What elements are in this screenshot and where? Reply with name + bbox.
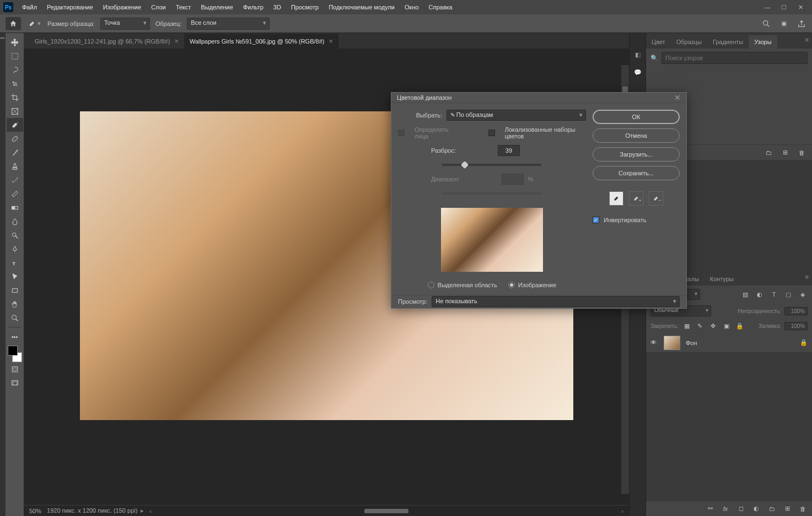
filter-adjust-icon[interactable]: ◐ <box>755 289 765 299</box>
type-tool[interactable]: T <box>7 256 23 270</box>
quick-select-tool[interactable] <box>7 77 23 90</box>
tab-paths[interactable]: Контуры <box>705 272 739 286</box>
new-icon[interactable]: ⊞ <box>780 148 790 158</box>
trash-icon[interactable]: 🗑 <box>797 148 806 158</box>
select-dropdown[interactable]: ✎ По образцам <box>447 110 586 121</box>
localized-checkbox[interactable] <box>488 130 495 136</box>
stamp-tool[interactable] <box>7 159 23 173</box>
eyedropper-sample-icon[interactable] <box>609 191 623 206</box>
history-brush-tool[interactable] <box>7 173 23 187</box>
lock-all-icon[interactable]: 🔒 <box>735 321 745 331</box>
maximize-button[interactable]: ☐ <box>776 2 792 13</box>
eyedropper-subtract-icon[interactable]: − <box>649 191 663 206</box>
close-tab-icon[interactable]: × <box>174 37 179 45</box>
close-tab-icon[interactable]: × <box>329 37 333 45</box>
tab-swatches[interactable]: Образцы <box>671 35 707 49</box>
arrange-icon[interactable]: ▣ <box>779 19 789 29</box>
tab-patterns[interactable]: Узоры <box>749 35 777 49</box>
zoom-tool[interactable] <box>7 311 23 325</box>
collapsed-panel-icon[interactable]: 💬 <box>633 67 643 77</box>
menu-select[interactable]: Выделение <box>197 2 238 13</box>
selection-preview[interactable] <box>441 208 543 272</box>
adjustment-icon[interactable]: ◐ <box>751 504 761 514</box>
healing-tool[interactable] <box>7 132 23 146</box>
frame-tool[interactable] <box>7 104 23 118</box>
menu-window[interactable]: Окно <box>400 2 423 13</box>
eyedropper-add-icon[interactable]: + <box>629 191 643 206</box>
search-icon[interactable] <box>761 19 771 29</box>
group-icon[interactable]: 🗀 <box>767 504 777 514</box>
menu-help[interactable]: Справка <box>424 2 457 13</box>
pen-tool[interactable] <box>7 242 23 256</box>
horizontal-scrollbar[interactable] <box>163 508 610 514</box>
fill-input[interactable]: 100% <box>784 322 808 330</box>
home-button[interactable] <box>6 17 21 30</box>
eyedropper-tool[interactable] <box>7 118 23 132</box>
lock-artboard-icon[interactable]: ▣ <box>722 321 732 331</box>
menu-layers[interactable]: Слои <box>147 2 170 13</box>
menu-text[interactable]: Текст <box>171 2 196 13</box>
menu-file[interactable]: Файл <box>18 2 41 13</box>
document-info[interactable]: 1920 пикс. x 1200 пикс. (150 ppi) <box>47 507 144 514</box>
mask-icon[interactable]: ◻ <box>736 504 746 514</box>
menu-view[interactable]: Просмотр <box>287 2 323 13</box>
brush-tool[interactable] <box>7 146 23 159</box>
nav-right-icon[interactable]: › <box>621 508 623 514</box>
hand-tool[interactable] <box>7 297 23 311</box>
tab-color[interactable]: Цвет <box>646 35 671 49</box>
foreground-color[interactable] <box>8 346 18 356</box>
document-tab[interactable]: Wallpapers Girls №591_006.jpg @ 50% (RGB… <box>184 34 338 49</box>
shape-tool[interactable] <box>7 283 23 297</box>
delete-layer-icon[interactable]: 🗑 <box>798 504 808 514</box>
crop-tool[interactable] <box>7 90 23 104</box>
close-dialog-icon[interactable]: ✕ <box>674 93 681 102</box>
preview-image-radio[interactable] <box>508 282 515 288</box>
menu-image[interactable]: Изображение <box>99 2 146 13</box>
gutter-toggle-icon[interactable]: ▸▸ <box>1 35 5 40</box>
menu-plugins[interactable]: Подключаемые модули <box>324 2 399 13</box>
gradient-tool[interactable] <box>7 201 23 214</box>
filter-pixel-icon[interactable]: ▧ <box>740 289 750 299</box>
eraser-tool[interactable] <box>7 187 23 201</box>
panel-menu-icon[interactable]: ≡ <box>805 36 809 43</box>
move-tool[interactable] <box>7 35 23 49</box>
menu-3d[interactable]: 3D <box>269 2 286 13</box>
minimize-button[interactable]: — <box>759 2 776 13</box>
new-layer-icon[interactable]: ⊞ <box>782 504 792 514</box>
menu-filter[interactable]: Фильтр <box>239 2 268 13</box>
pattern-search-input[interactable] <box>662 52 808 64</box>
filter-shape-icon[interactable]: ▢ <box>783 289 793 299</box>
lasso-tool[interactable] <box>7 63 23 77</box>
zoom-level[interactable]: 50% <box>29 508 41 514</box>
collapsed-panel-icon[interactable]: ◧ <box>633 50 643 60</box>
sample-select[interactable]: Все слои <box>187 18 270 30</box>
save-button[interactable]: Сохранить... <box>593 166 680 180</box>
marquee-tool[interactable] <box>7 49 23 63</box>
opacity-input[interactable]: 100% <box>784 307 808 315</box>
screen-mode-tool[interactable] <box>7 376 23 390</box>
cancel-button[interactable]: Отмена <box>593 128 680 143</box>
quick-mask-tool[interactable] <box>7 362 23 376</box>
dodge-tool[interactable] <box>7 228 23 242</box>
fuzziness-input[interactable] <box>498 145 520 156</box>
load-button[interactable]: Загрузить... <box>593 147 680 162</box>
tab-gradients[interactable]: Градиенты <box>707 35 749 49</box>
link-icon[interactable]: ⚯ <box>705 504 715 514</box>
fuzziness-slider[interactable] <box>442 164 541 166</box>
document-tab[interactable]: Girls_1920x1200_112-241.jpg @ 66,7% (RGB… <box>29 34 184 49</box>
invert-checkbox[interactable] <box>593 217 599 223</box>
preview-mode-select[interactable]: Не показывать <box>432 296 680 307</box>
layer-row[interactable]: 👁 Фон 🔒 <box>646 333 812 353</box>
filter-type-icon[interactable]: T <box>769 289 779 299</box>
dialog-titlebar[interactable]: Цветовой диапазон ✕ <box>391 93 686 103</box>
ok-button[interactable]: ОК <box>593 110 680 124</box>
lock-position-icon[interactable]: ✥ <box>708 321 718 331</box>
lock-pixels-icon[interactable]: ✎ <box>695 321 705 331</box>
blur-tool[interactable] <box>7 214 23 228</box>
menu-edit[interactable]: Редактирование <box>42 2 98 13</box>
share-icon[interactable] <box>797 19 806 29</box>
nav-left-icon[interactable]: ‹ <box>149 508 152 514</box>
close-window-button[interactable]: ✕ <box>792 2 809 13</box>
layer-thumbnail[interactable] <box>664 336 680 350</box>
panel-menu-icon[interactable]: ≡ <box>805 273 809 280</box>
